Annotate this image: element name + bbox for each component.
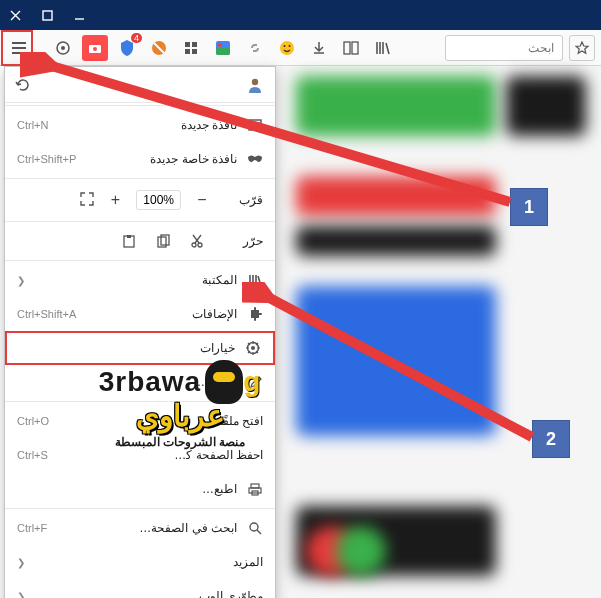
- cut-icon[interactable]: [189, 233, 205, 249]
- svg-rect-16: [344, 42, 350, 54]
- menu-label: خيارات: [19, 341, 235, 355]
- svg-point-4: [93, 47, 97, 51]
- menu-new-window[interactable]: نافذة جديدة Ctrl+N: [5, 108, 275, 142]
- menu-new-private-window[interactable]: نافذة خاصة جديدة Ctrl+Shift+P: [5, 142, 275, 176]
- svg-rect-0: [43, 11, 52, 20]
- svg-point-20: [192, 243, 196, 247]
- svg-point-13: [280, 41, 294, 55]
- menu-customize[interactable]: خصّص…: [5, 365, 275, 399]
- print-icon: [247, 481, 263, 497]
- search-input[interactable]: [445, 35, 563, 61]
- hamburger-menu-button[interactable]: [6, 35, 32, 61]
- menu-label: المزيد: [35, 555, 263, 569]
- menu-webdev[interactable]: مطوّري الوب ❮: [5, 579, 275, 598]
- annotation-callout-2: 2: [532, 420, 570, 458]
- svg-point-31: [250, 523, 258, 531]
- app-menu-panel: نافذة جديدة Ctrl+N نافذة خاصة جديدة Ctrl…: [4, 66, 276, 598]
- menu-options[interactable]: خيارات: [5, 331, 275, 365]
- menu-label: نافذة جديدة: [58, 118, 237, 132]
- menu-label: اطبع…: [17, 482, 237, 496]
- menu-label: المكتبة: [35, 273, 237, 287]
- sync-refresh-icon[interactable]: [15, 77, 31, 93]
- menu-save-page[interactable]: احفظ الصفحة ك‍… Ctrl+S: [5, 438, 275, 472]
- menu-label: ابحث في الصفحة…: [57, 521, 237, 535]
- chevron-left-icon: ❮: [17, 557, 25, 568]
- svg-rect-7: [192, 42, 197, 47]
- zoom-value: 100%: [136, 190, 181, 210]
- main-toolbar: 4: [0, 30, 601, 66]
- menu-label: الإضافات: [86, 307, 237, 321]
- search-engine-icon[interactable]: [210, 35, 236, 61]
- menu-shortcut: Ctrl+Shift+A: [17, 308, 76, 320]
- update-shield-icon[interactable]: 4: [114, 35, 140, 61]
- window-icon: [247, 117, 263, 133]
- svg-point-14: [284, 45, 286, 47]
- page-content-blurred: [276, 66, 601, 598]
- svg-point-2: [61, 46, 65, 50]
- menu-more[interactable]: المزيد ❮: [5, 545, 275, 579]
- menu-find[interactable]: ابحث في الصفحة… Ctrl+F: [5, 511, 275, 545]
- menu-shortcut: Ctrl+Shift+P: [17, 153, 76, 165]
- copy-icon[interactable]: [155, 233, 171, 249]
- account-avatar-icon[interactable]: [245, 75, 265, 95]
- download-icon[interactable]: [306, 35, 332, 61]
- svg-rect-8: [185, 49, 190, 54]
- svg-point-21: [198, 243, 202, 247]
- svg-rect-28: [251, 484, 259, 488]
- menu-label: احفظ الصفحة ك‍…: [58, 448, 263, 462]
- menu-shortcut: Ctrl+N: [17, 119, 48, 131]
- minimize-window-icon[interactable]: [72, 8, 86, 22]
- noscript-icon[interactable]: [146, 35, 172, 61]
- bookmark-star-icon[interactable]: [569, 35, 595, 61]
- emoji-icon[interactable]: [274, 35, 300, 61]
- svg-rect-25: [127, 235, 131, 238]
- gear-icon: [245, 340, 261, 356]
- menu-shortcut: Ctrl+F: [17, 522, 47, 534]
- annotation-callout-1: 1: [510, 188, 548, 226]
- svg-point-27: [251, 346, 255, 350]
- svg-point-18: [252, 78, 258, 84]
- maximize-window-icon[interactable]: [40, 8, 54, 22]
- library-books-icon: [247, 272, 263, 288]
- zoom-out-button[interactable]: −: [193, 191, 211, 209]
- fullscreen-icon[interactable]: [78, 192, 94, 208]
- library-icon[interactable]: [370, 35, 396, 61]
- zoom-label: قرّب: [223, 193, 263, 207]
- paste-icon[interactable]: [121, 233, 137, 249]
- menu-shortcut: Ctrl+O: [17, 415, 49, 427]
- close-window-icon[interactable]: [8, 8, 22, 22]
- menu-addons[interactable]: الإضافات Ctrl+Shift+A: [5, 297, 275, 331]
- svg-rect-19: [249, 120, 261, 130]
- menu-label: نافذة خاصة جديدة: [86, 152, 237, 166]
- reader-icon[interactable]: [338, 35, 364, 61]
- zoom-in-button[interactable]: +: [106, 191, 124, 209]
- svg-rect-9: [192, 49, 197, 54]
- apps-grid-icon[interactable]: [178, 35, 204, 61]
- svg-rect-6: [185, 42, 190, 47]
- menu-edit-row: حرّر: [5, 224, 275, 258]
- edit-label: حرّر: [223, 234, 263, 248]
- menu-header: [5, 67, 275, 103]
- chevron-left-icon: ❮: [17, 591, 25, 599]
- menu-shortcut: Ctrl+S: [17, 449, 48, 461]
- menu-label: افتح ملفًا…: [59, 414, 263, 428]
- window-titlebar: [0, 0, 601, 30]
- capture-icon[interactable]: [82, 35, 108, 61]
- svg-rect-17: [352, 42, 358, 54]
- menu-label: خصّص…: [17, 375, 237, 389]
- menu-zoom-row: قرّب − 100% +: [5, 181, 275, 219]
- update-badge: 4: [131, 33, 142, 43]
- svg-point-15: [289, 45, 291, 47]
- menu-library[interactable]: المكتبة ❮: [5, 263, 275, 297]
- menu-open-file[interactable]: افتح ملفًا… Ctrl+O: [5, 404, 275, 438]
- settings-gear-icon[interactable]: [50, 35, 76, 61]
- search-icon: [247, 520, 263, 536]
- svg-point-12: [218, 43, 222, 47]
- link-icon[interactable]: [242, 35, 268, 61]
- menu-print[interactable]: اطبع…: [5, 472, 275, 506]
- svg-rect-11: [216, 48, 230, 55]
- puzzle-icon: [247, 306, 263, 322]
- menu-label: مطوّري الوب: [35, 589, 263, 598]
- private-mask-icon: [247, 151, 263, 167]
- chevron-left-icon: ❮: [17, 275, 25, 286]
